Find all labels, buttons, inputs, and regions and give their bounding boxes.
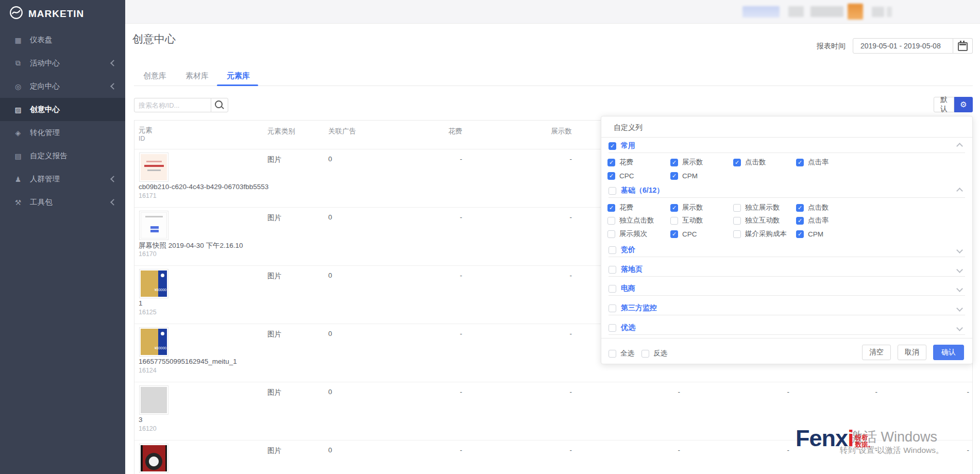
column-option[interactable]: 媒介采购成本 xyxy=(733,228,787,240)
sidebar-nav: 仪表盘 活动中心 定向中心 创意中心 转化管理 自定义报告 人群管理 xyxy=(0,28,125,214)
censored-avatar xyxy=(848,4,863,20)
divider xyxy=(609,276,965,277)
sidebar-item-creative-center[interactable]: 创意中心 xyxy=(0,98,125,121)
select-all-checkbox[interactable] xyxy=(609,350,616,358)
default-preset-button[interactable]: 默认 xyxy=(934,97,954,112)
column-option[interactable]: 独立点击数 xyxy=(607,215,654,226)
group-bidding[interactable]: 竞价 xyxy=(609,243,965,257)
customize-columns-button[interactable] xyxy=(954,97,973,112)
element-id: 16120 xyxy=(139,425,157,432)
column-option[interactable]: CPM xyxy=(796,228,823,240)
date-range-group xyxy=(853,38,973,54)
tab-creative-library[interactable]: 创意库 xyxy=(143,71,166,81)
select-all-option[interactable]: 全选 xyxy=(609,349,634,358)
group-checkbox[interactable] xyxy=(609,142,616,150)
column-option[interactable]: 展示数 xyxy=(670,202,703,213)
element-name: 屏幕快照 2019-04-30 下午2.16.10 xyxy=(139,241,243,250)
calendar-button[interactable] xyxy=(953,38,973,54)
fenxi-logo: Fenxi 纷析数据。 xyxy=(796,426,874,451)
element-thumbnail xyxy=(139,211,168,240)
chevron-up-icon[interactable] xyxy=(956,188,963,194)
search-button[interactable] xyxy=(211,98,228,112)
cancel-button[interactable]: 取消 xyxy=(898,345,926,360)
element-id: 16125 xyxy=(139,309,157,316)
censored-account-badge xyxy=(742,6,780,18)
column-option[interactable]: CPM xyxy=(670,170,698,181)
column-option[interactable]: 点击率 xyxy=(796,215,829,226)
divider xyxy=(609,257,965,257)
column-option[interactable]: 点击率 xyxy=(796,157,829,168)
censored-text-block xyxy=(887,7,892,17)
element-name: cb09b210-c620-4c43-b429-06703fbb5553 xyxy=(139,183,268,191)
column-option[interactable]: 点击数 xyxy=(733,157,766,168)
date-range-input[interactable] xyxy=(853,38,953,54)
divider xyxy=(609,334,965,335)
column-option[interactable]: 展示数 xyxy=(670,157,703,168)
search-input[interactable] xyxy=(134,98,211,112)
divider xyxy=(601,338,972,338)
chevron-down-icon[interactable] xyxy=(956,285,963,292)
group-checkbox[interactable] xyxy=(609,304,616,312)
element-thumbnail xyxy=(139,153,168,182)
sidebar: MARKETIN 仪表盘 活动中心 定向中心 创意中心 转化管理 自定义报告 xyxy=(0,0,125,474)
clear-button[interactable]: 清空 xyxy=(862,345,891,360)
column-option[interactable]: 花费 xyxy=(607,202,633,213)
tab-element-library[interactable]: 元素库 xyxy=(227,71,250,81)
tabs-divider xyxy=(134,86,973,86)
censored-text-block xyxy=(788,6,804,17)
confirm-button[interactable]: 确认 xyxy=(933,345,964,360)
group-checkbox[interactable] xyxy=(609,187,616,195)
column-option[interactable]: 互动数 xyxy=(670,215,703,226)
column-option[interactable]: 花费 xyxy=(607,157,633,168)
report-time-label: 报表时间 xyxy=(817,42,846,51)
sidebar-item-custom-report[interactable]: 自定义报告 xyxy=(0,144,125,167)
sidebar-item-dashboard[interactable]: 仪表盘 xyxy=(0,28,125,52)
element-thumbnail xyxy=(139,269,168,298)
sidebar-item-toolkit[interactable]: 工具包 xyxy=(0,191,125,214)
group-checkbox[interactable] xyxy=(609,285,616,293)
divider xyxy=(601,137,972,138)
conversion-icon xyxy=(13,129,23,137)
group-checkbox[interactable] xyxy=(609,246,616,254)
chevron-left-icon xyxy=(110,176,117,182)
column-option[interactable]: 独立展示数 xyxy=(733,202,780,213)
panel-title: 自定义列 xyxy=(614,123,643,132)
group-ecommerce[interactable]: 电商 xyxy=(609,282,965,295)
chevron-down-icon[interactable] xyxy=(956,266,963,273)
invert-selection-option[interactable]: 反选 xyxy=(641,349,667,358)
element-name: 1 xyxy=(139,299,143,307)
sidebar-item-targeting-center[interactable]: 定向中心 xyxy=(0,75,125,98)
group-checkbox[interactable] xyxy=(609,266,616,274)
chevron-up-icon[interactable] xyxy=(956,143,963,149)
column-option[interactable]: 点击数 xyxy=(796,202,829,213)
sidebar-item-campaign-center[interactable]: 活动中心 xyxy=(0,52,125,75)
tab-material-library[interactable]: 素材库 xyxy=(185,71,209,81)
logo-text: MARKETIN xyxy=(28,8,84,20)
chevron-down-icon[interactable] xyxy=(956,325,963,331)
customize-columns-panel: 自定义列 常用 花费 展示数 点击数 点击率 CPC CPM 基础（6/12） … xyxy=(601,116,973,364)
divider xyxy=(609,153,965,153)
group-third-party-monitoring[interactable]: 第三方监控 xyxy=(609,301,965,315)
sidebar-item-conversion[interactable]: 转化管理 xyxy=(0,121,125,144)
group-basic[interactable]: 基础（6/12） xyxy=(609,184,965,197)
chevron-left-icon xyxy=(110,199,117,206)
col-header-id: ID xyxy=(139,135,145,142)
logo: MARKETIN xyxy=(0,0,125,22)
invert-selection-checkbox[interactable] xyxy=(641,350,649,358)
column-option[interactable]: CPC xyxy=(670,228,697,240)
column-option[interactable]: 独立互动数 xyxy=(733,215,780,226)
search-icon xyxy=(215,100,223,108)
chevron-down-icon[interactable] xyxy=(956,305,963,312)
col-header-impressions: 展示数 xyxy=(551,127,572,136)
sidebar-item-audience[interactable]: 人群管理 xyxy=(0,167,125,191)
group-checkbox[interactable] xyxy=(609,324,616,332)
group-common[interactable]: 常用 xyxy=(609,139,965,153)
divider xyxy=(609,315,965,315)
chevron-down-icon[interactable] xyxy=(956,247,963,253)
column-option[interactable]: CPC xyxy=(607,170,634,181)
fenxi-logo-i: i xyxy=(848,425,854,451)
group-landing-page[interactable]: 落地页 xyxy=(609,263,965,276)
column-option[interactable]: 展示频次 xyxy=(607,228,647,240)
group-preferred[interactable]: 优选 xyxy=(609,321,965,334)
censored-text-block xyxy=(872,7,884,17)
